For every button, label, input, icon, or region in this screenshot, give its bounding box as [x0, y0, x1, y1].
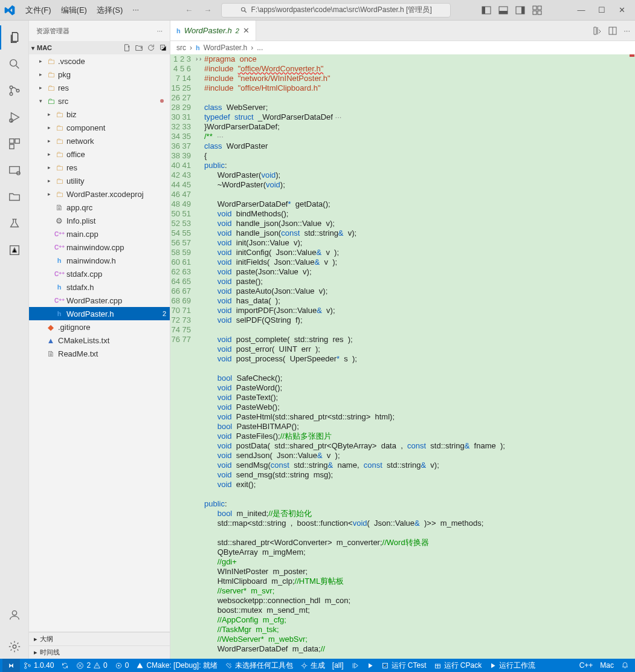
tab-close-icon[interactable]: ✕	[243, 26, 250, 35]
svg-line-1	[244, 10, 246, 12]
nav-back-icon[interactable]: ←	[185, 5, 193, 15]
sidebar-title: 资源管理器	[36, 27, 157, 36]
nav-forward-icon[interactable]: →	[204, 5, 211, 15]
sb-sync-icon[interactable]	[57, 659, 73, 672]
tree-folder[interactable]: ▸🗀res	[29, 81, 170, 94]
menu-more[interactable]: ···	[129, 3, 143, 18]
scroll-error-marker	[630, 54, 634, 57]
tree-file[interactable]: hstdafx.h	[29, 280, 170, 294]
activity-debug-icon[interactable]	[0, 105, 29, 129]
tree-file[interactable]: C⁺⁺stdafx.cpp	[29, 267, 170, 280]
tree-file[interactable]: ◆.gitignore	[29, 320, 170, 334]
tree-file[interactable]: ⚙Info.plist	[29, 214, 170, 227]
svg-rect-11	[538, 11, 541, 15]
new-file-icon[interactable]	[123, 44, 131, 52]
tree-file[interactable]: ▲CMakeLists.txt	[29, 334, 170, 347]
activity-scm-icon[interactable]	[0, 79, 29, 103]
menu-file[interactable]: 文件(F)	[22, 3, 55, 18]
maximize-icon[interactable]: ☐	[593, 5, 611, 15]
tree-folder[interactable]: ▾🗀src	[29, 94, 170, 108]
svg-point-35	[118, 665, 119, 666]
menu-edit[interactable]: 编辑(E)	[57, 3, 91, 18]
command-center[interactable]: F:\apps\wordpaster\code\mac\src\WordPast…	[221, 3, 451, 18]
editor-area: h WordPaster.h 2 ✕ ··· src› h WordPaster…	[170, 21, 635, 659]
editor-tab[interactable]: h WordPaster.h 2 ✕	[170, 21, 256, 40]
sidebar-more-icon[interactable]: ···	[157, 27, 163, 34]
breadcrumb-item[interactable]: ...	[257, 44, 263, 52]
editor-more-icon[interactable]: ···	[624, 26, 630, 35]
breadcrumb[interactable]: src› h WordPaster.h› ...	[170, 41, 635, 54]
tree-file[interactable]: 🗎ReadMe.txt	[29, 347, 170, 360]
sb-ports[interactable]: 0	[111, 659, 133, 672]
activity-cmake-icon[interactable]	[0, 238, 29, 262]
svg-point-15	[10, 92, 13, 95]
tree-folder[interactable]: ▸🗀network	[29, 134, 170, 147]
tab-filename: WordPaster.h	[184, 26, 232, 35]
panel-bottom-icon[interactable]	[498, 5, 508, 15]
activity-explorer-icon[interactable]	[0, 25, 29, 50]
sb-ctest[interactable]: 运行 CTest	[378, 659, 430, 672]
sb-bell-icon[interactable]	[617, 661, 633, 669]
activity-testing-icon[interactable]	[0, 212, 29, 236]
svg-point-12	[10, 60, 16, 66]
layout-controls	[477, 5, 547, 15]
code-editor[interactable]: 1 2 3 4 5 6 7 14 15 25 26 27 28 29 30 31…	[170, 54, 635, 659]
activity-search-icon[interactable]	[0, 52, 29, 76]
timeline-section[interactable]: ▸时间线	[29, 645, 170, 659]
tree-folder[interactable]: ▸🗀biz	[29, 108, 170, 121]
sb-build[interactable]: 生成	[297, 659, 329, 672]
refresh-icon[interactable]	[147, 44, 155, 52]
sb-cmake[interactable]: CMake: [Debug]: 就绪	[132, 659, 221, 672]
h-file-icon: h	[196, 44, 200, 51]
menu-select[interactable]: 选择(S)	[93, 3, 126, 18]
file-tree[interactable]: ▸🗀.vscode▸🗀pkg▸🗀res▾🗀src▸🗀biz▸🗀component…	[29, 54, 170, 632]
tree-folder[interactable]: ▸🗀res	[29, 161, 170, 174]
titlebar: 文件(F) 编辑(E) 选择(S) ··· ← → F:\apps\wordpa…	[0, 0, 635, 21]
activity-folder-icon[interactable]	[0, 185, 29, 209]
tree-folder[interactable]: ▸🗀.vscode	[29, 54, 170, 68]
collapse-all-icon[interactable]	[159, 44, 167, 52]
tree-file[interactable]: C⁺⁺mainwindow.cpp	[29, 241, 170, 254]
compare-icon[interactable]	[592, 26, 602, 36]
tree-folder[interactable]: ▸🗀utility	[29, 174, 170, 187]
sidebar-root[interactable]: ▾ MAC	[29, 41, 170, 54]
fold-gutter[interactable]: › ›	[196, 54, 204, 659]
sb-cpack[interactable]: 运行 CPack	[430, 659, 486, 672]
sb-version[interactable]: 1.0.40	[20, 659, 57, 672]
outline-section[interactable]: ▸大纲	[29, 632, 170, 645]
sb-workflow[interactable]: 运行工作流	[485, 659, 539, 672]
sb-debug-launch-icon[interactable]	[347, 659, 363, 672]
activity-remote-icon[interactable]	[0, 158, 29, 183]
close-icon[interactable]: ✕	[613, 5, 631, 15]
tree-file[interactable]: C⁺⁺main.cpp	[29, 227, 170, 241]
sb-target[interactable]: [all]	[329, 659, 347, 672]
tree-folder[interactable]: ▸🗀office	[29, 147, 170, 161]
sb-platform[interactable]: Mac	[596, 661, 617, 670]
sb-lang[interactable]: C++	[576, 661, 597, 670]
sb-toolkit[interactable]: 未选择任何工具包	[221, 659, 297, 672]
sb-launch-icon[interactable]	[363, 659, 378, 672]
command-center-text: F:\apps\wordpaster\code\mac\src\WordPast…	[251, 5, 432, 15]
activity-settings-icon[interactable]	[0, 635, 29, 659]
panel-right-icon[interactable]	[515, 5, 525, 15]
sb-remote-icon[interactable]	[2, 659, 20, 672]
breadcrumb-item[interactable]: WordPaster.h	[204, 44, 247, 52]
minimize-icon[interactable]: —	[572, 5, 590, 15]
tree-file[interactable]: hWordPaster.h2	[29, 307, 170, 320]
sb-problems[interactable]: 2 0	[73, 659, 111, 672]
new-folder-icon[interactable]	[135, 44, 143, 52]
tree-folder[interactable]: ▸🗀WordPaster.xcodeproj	[29, 187, 170, 201]
activity-account-icon[interactable]	[0, 603, 29, 627]
tree-file[interactable]: C⁺⁺WordPaster.cpp	[29, 294, 170, 307]
breadcrumb-item[interactable]: src	[176, 44, 186, 52]
code-content[interactable]: #pragma once #include "office/WordConver…	[204, 54, 635, 659]
layout-customize-icon[interactable]	[532, 5, 542, 15]
svg-rect-9	[538, 6, 541, 10]
tree-folder[interactable]: ▸🗀component	[29, 121, 170, 134]
panel-left-icon[interactable]	[482, 5, 491, 15]
tree-folder[interactable]: ▸🗀pkg	[29, 68, 170, 81]
tree-file[interactable]: hmainwindow.h	[29, 254, 170, 267]
tree-file[interactable]: 🗎app.qrc	[29, 201, 170, 214]
split-editor-icon[interactable]	[608, 26, 617, 36]
activity-extensions-icon[interactable]	[0, 132, 29, 156]
